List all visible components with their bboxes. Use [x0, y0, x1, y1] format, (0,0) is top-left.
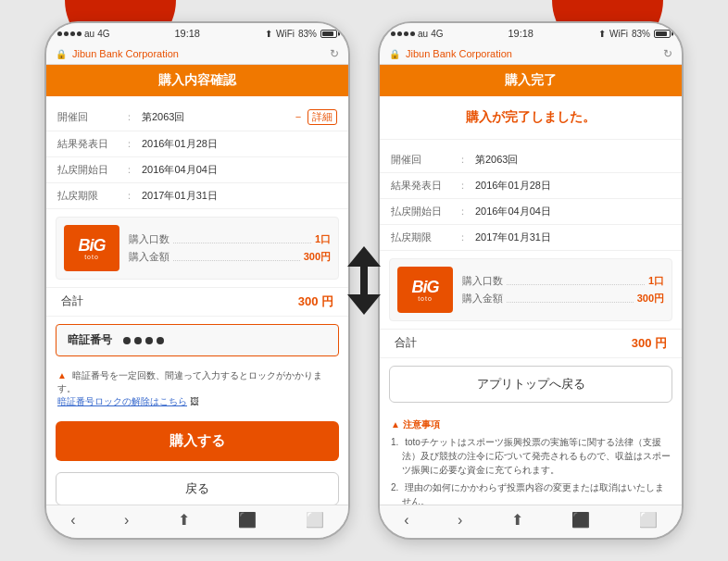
r-battery-fill: [656, 31, 667, 36]
r-refresh-icon[interactable]: ↻: [663, 47, 672, 60]
r-info-label-2: 払戻開始日: [391, 205, 458, 218]
warning-link-icon: 🖼: [190, 396, 199, 406]
r-big-details: 購入口数 1口 購入金額 300円: [462, 272, 664, 307]
r-big-logo-subtitle: toto: [418, 295, 433, 302]
r-info-sep-1: ：: [458, 179, 468, 193]
right-total-row: 合計 300 円: [380, 330, 682, 357]
right-signal-dots: [391, 31, 415, 36]
notes-text-0: totoチケットはスポーツ振興投票の実施等に関する法律（支援法）及び競技の注令に…: [402, 437, 671, 475]
nav-tabs-icon[interactable]: ⬜: [306, 511, 324, 529]
back-button[interactable]: 戻る: [56, 472, 339, 505]
r-carrier-label: au: [418, 29, 428, 39]
pin-dot-1: [123, 337, 131, 344]
big-details: 購入口数 1口 購入金額 300円: [129, 231, 331, 266]
info-sep-3: ：: [124, 189, 134, 203]
nav-forward-icon[interactable]: ›: [124, 512, 129, 529]
right-status-right: ⬆ WiFi 83%: [598, 29, 671, 39]
big-detail-label-0: 購入口数: [129, 232, 169, 246]
r-big-logo-text: BiG: [411, 279, 438, 295]
battery-pct: 83%: [298, 29, 317, 39]
r-battery-pct: 83%: [632, 29, 650, 39]
right-nav-bar: 🔒 Jibun Bank Corporation ↻: [380, 44, 682, 65]
info-sep-2: ：: [124, 163, 134, 177]
pin-label: 暗証番号: [68, 332, 112, 348]
big-detail-label-1: 購入金額: [129, 250, 169, 264]
right-bottom-nav: ‹ › ⬆ ⬛ ⬜: [380, 505, 682, 538]
left-total-row: 合計 300 円: [46, 288, 348, 316]
nav-back-icon[interactable]: ‹: [70, 512, 75, 529]
pin-dot-4: [157, 337, 164, 344]
carrier-label: au: [84, 29, 94, 39]
phones-container: au 4G 19:18 ⬆ WiFi 83% 🔒 Jibun Bank Corp…: [44, 21, 684, 540]
r-info-label-0: 開催回: [391, 153, 458, 167]
left-page-header: 購入内容確認: [46, 65, 348, 96]
right-status-bar: au 4G 19:18 ⬆ WiFi 83%: [380, 23, 682, 44]
big-detail-dots-0: [173, 243, 311, 243]
r-nav-forward-icon[interactable]: ›: [458, 512, 462, 529]
left-info-section: 開催回 ： 第2063回 － 詳細 結果発表日 ： 2016年01月28日 払戻: [46, 104, 348, 209]
r-big-detail-row-1: 購入金額 300円: [462, 290, 664, 307]
left-total-label: 合計: [61, 293, 83, 310]
detail-btn[interactable]: 詳細: [308, 109, 337, 125]
r-big-detail-label-0: 購入口数: [462, 274, 503, 288]
r-info-sep-2: ：: [458, 205, 468, 218]
purchase-button[interactable]: 購入する: [56, 421, 339, 461]
pin-dot-2: [134, 337, 142, 344]
info-value-1: 2016年01月28日: [142, 137, 218, 151]
r-nav-bookmark-icon[interactable]: ⬛: [571, 511, 590, 529]
r-nav-tabs-icon[interactable]: ⬜: [639, 511, 658, 529]
arrow-body: [360, 267, 368, 294]
r-lock-icon: 🔒: [389, 49, 400, 59]
info-label-1: 結果発表日: [57, 137, 124, 151]
divider-2: [46, 316, 348, 317]
nav-share-icon[interactable]: ⬆: [178, 511, 190, 529]
nav-bookmark-icon[interactable]: ⬛: [238, 511, 257, 529]
signal-icon: ⬆: [265, 29, 272, 39]
big-logo-subtitle: toto: [84, 254, 99, 260]
r-info-row-0: 開催回 ： 第2063回: [380, 147, 682, 173]
r-battery-icon: [654, 30, 671, 38]
big-detail-row-0: 購入口数 1口: [129, 231, 331, 248]
right-time: 19:18: [508, 28, 533, 39]
right-info-section: 開催回 ： 第2063回 結果発表日 ： 2016年01月28日 払戻開始日 ：…: [380, 147, 682, 251]
big-logo: BiG toto: [64, 225, 119, 271]
r-wifi-icon: WiFi: [609, 29, 628, 39]
lock-icon: 🔒: [56, 49, 67, 59]
battery-icon: [320, 30, 337, 38]
big-detail-value-1: 300円: [304, 250, 331, 264]
info-row-1: 結果発表日 ： 2016年01月28日: [46, 131, 348, 157]
notes-item-0: 1. totoチケットはスポーツ振興投票の実施等に関する法律（支援法）及び競技の…: [391, 435, 671, 477]
left-big-card: BiG toto 購入口数 1口 購入金額 300円: [56, 217, 339, 280]
right-page-header: 購入完了: [380, 65, 682, 96]
r-big-detail-dots-0: [507, 284, 645, 285]
info-row-3: 払戻期限 ： 2017年01月31日: [46, 183, 348, 209]
left-total-value: 300 円: [298, 293, 333, 310]
info-label-0: 開催回: [57, 110, 124, 124]
r-info-row-2: 払戻開始日 ： 2016年04月04日: [380, 199, 682, 225]
right-phone: au 4G 19:18 ⬆ WiFi 83% 🔒 Jibun Bank Corp…: [378, 21, 684, 540]
big-detail-row-1: 購入金額 300円: [129, 248, 331, 266]
big-detail-dots-1: [173, 260, 300, 261]
app-top-button[interactable]: アプリトップへ戻る: [389, 366, 672, 403]
notes-section: ▲ 注意事項 1. totoチケットはスポーツ振興投票の実施等に関する法律（支援…: [380, 410, 682, 505]
dot2: [64, 31, 69, 36]
left-nav-title: Jibun Bank Corporation: [72, 48, 179, 59]
right-total-label: 合計: [395, 335, 417, 352]
right-total-value: 300 円: [632, 335, 667, 352]
notes-num-1: 2.: [391, 482, 398, 492]
big-logo-text: BiG: [78, 237, 105, 254]
pin-section[interactable]: 暗証番号: [56, 324, 339, 356]
left-time: 19:18: [174, 28, 200, 39]
r-info-label-1: 結果発表日: [391, 179, 458, 193]
r-nav-back-icon[interactable]: ‹: [404, 512, 408, 529]
right-status-left: au 4G: [391, 29, 443, 39]
refresh-icon[interactable]: ↻: [330, 47, 339, 60]
info-label-3: 払戻期限: [57, 189, 124, 203]
r-big-detail-value-0: 1口: [648, 274, 664, 288]
dot4: [77, 31, 82, 36]
notes-text-1: 理由の如何にかかわらず投票内容の変更または取消はいたしません。: [402, 482, 664, 505]
r-nav-share-icon[interactable]: ⬆: [511, 511, 523, 529]
warning-link[interactable]: 暗証番号ロックの解除はこちら: [57, 396, 187, 406]
right-nav-title: Jibun Bank Corporation: [406, 48, 512, 59]
notes-title: ▲ 注意事項: [391, 418, 671, 431]
